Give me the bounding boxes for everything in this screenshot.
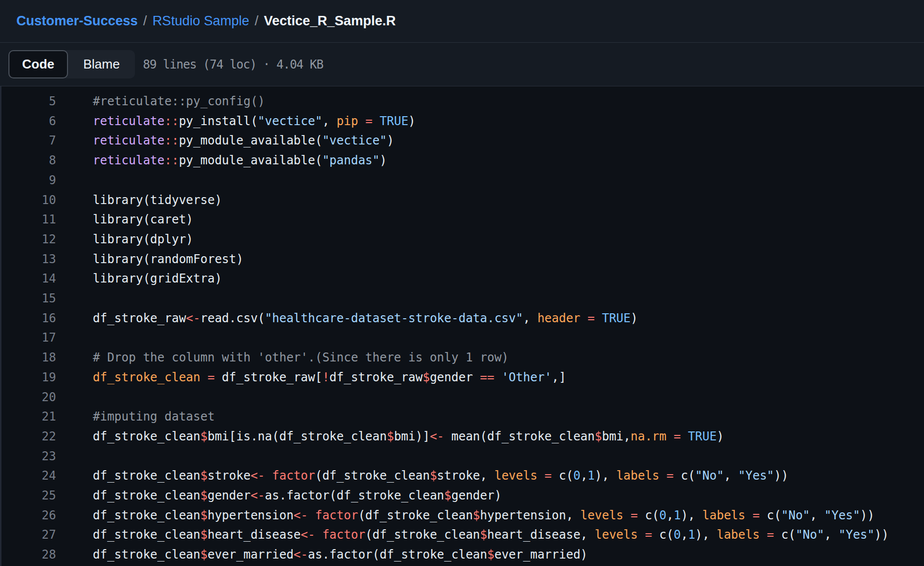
- line-number[interactable]: 20: [1, 388, 56, 408]
- code-token-operator: $: [200, 548, 207, 562]
- code-token-argument: labels: [702, 508, 745, 522]
- code-token-plain: ),: [681, 508, 702, 522]
- code-token-operator: $: [200, 429, 207, 443]
- code-token-argument: pip: [336, 114, 358, 128]
- line-number[interactable]: 10: [1, 191, 56, 211]
- code-token-argument: labels: [616, 469, 660, 483]
- code-token-plain: df_stroke_clean: [93, 548, 200, 562]
- code-line-text: df_stroke_raw<-read.csv("healthcare-data…: [56, 309, 638, 329]
- line-number[interactable]: 12: [1, 230, 56, 250]
- code-line-row: 17: [1, 328, 924, 348]
- code-line-row: 5#reticulate::py_config(): [1, 92, 924, 112]
- code-token-plain: bmi[is.na(df_stroke_clean: [207, 429, 387, 443]
- code-token-string: "vectice": [322, 134, 387, 147]
- code-token-argument: df_stroke_clean: [93, 370, 200, 384]
- breadcrumb-repo-link[interactable]: Customer-Success: [16, 13, 138, 29]
- line-number[interactable]: 13: [1, 250, 56, 270]
- line-number[interactable]: 18: [1, 348, 56, 368]
- code-tab-button[interactable]: Code: [8, 50, 68, 78]
- line-number[interactable]: 5: [1, 92, 56, 112]
- code-token-plain: heart_disease: [207, 528, 301, 542]
- code-token-plain: stroke,: [437, 469, 495, 483]
- line-number[interactable]: 9: [1, 171, 56, 191]
- code-line-row: 21#imputing dataset: [1, 407, 924, 427]
- code-token-operator: $: [444, 489, 451, 502]
- line-number[interactable]: 7: [1, 131, 56, 151]
- line-number[interactable]: 24: [1, 466, 56, 486]
- code-token-plain: [623, 508, 630, 522]
- line-number[interactable]: 6: [1, 112, 56, 132]
- line-number[interactable]: 8: [1, 151, 56, 171]
- code-token-plain: library(caret): [93, 212, 193, 226]
- code-token-plain: ,: [681, 528, 688, 542]
- line-number[interactable]: 23: [1, 447, 56, 467]
- code-token-plain: ),: [695, 528, 717, 542]
- code-line-text: #imputing dataset: [56, 407, 215, 427]
- line-number[interactable]: 22: [1, 427, 56, 447]
- code-token-argument: labels: [717, 528, 760, 542]
- code-line-text: df_stroke_clean = df_stroke_raw[!df_stro…: [56, 368, 566, 388]
- line-number[interactable]: 11: [1, 210, 56, 230]
- code-token-operator: $: [487, 548, 494, 562]
- code-line-row: 11library(caret): [1, 210, 924, 230]
- code-token-string: "vectice": [258, 114, 322, 128]
- code-token-operator: =: [752, 508, 759, 522]
- code-token-plain: [638, 528, 645, 542]
- line-number[interactable]: 25: [1, 486, 56, 506]
- code-line-row: 8reticulate::py_module_available("pandas…: [1, 151, 924, 171]
- code-token-plain: df_stroke_clean: [93, 429, 200, 443]
- line-number[interactable]: 15: [1, 289, 56, 309]
- code-token-plain: c(: [674, 469, 695, 483]
- code-token-operator: =: [588, 311, 594, 325]
- code-token-plain: [265, 469, 272, 483]
- line-number[interactable]: 14: [1, 269, 56, 289]
- code-token-operator: =: [645, 528, 652, 542]
- line-number[interactable]: 26: [1, 506, 56, 526]
- code-token-string: "Yes": [839, 528, 874, 542]
- code-token-plain: ): [631, 311, 638, 325]
- code-line-row: 27df_stroke_clean$heart_disease<- factor…: [1, 525, 924, 545]
- code-token-plain: (df_stroke_clean: [315, 469, 430, 483]
- code-line-row: 26df_stroke_clean$hypertension<- factor(…: [1, 506, 924, 526]
- code-token-operator: !: [322, 370, 329, 384]
- code-token-plain: [358, 114, 365, 128]
- line-number[interactable]: 17: [1, 328, 56, 348]
- code-token-string: "Yes": [738, 469, 774, 483]
- code-line-text: library(gridExtra): [56, 269, 222, 289]
- code-token-constant: TRUE: [688, 429, 717, 443]
- code-token-plain: ): [387, 134, 394, 147]
- line-number[interactable]: 16: [1, 309, 56, 329]
- line-number[interactable]: 28: [1, 545, 56, 565]
- file-meta-info: 89 lines (74 loc) · 4.04 KB: [143, 58, 323, 71]
- code-line-row: 15: [1, 289, 924, 309]
- code-token-operator: $: [387, 429, 394, 443]
- code-line-row: 7reticulate::py_module_available("vectic…: [1, 131, 924, 151]
- code-token-operator: $: [200, 489, 207, 502]
- code-token-plain: (df_stroke_clean: [365, 528, 480, 542]
- code-token-comment: #reticulate::py_config(): [93, 94, 265, 108]
- code-token-plain: library(gridExtra): [93, 272, 222, 285]
- code-line-text: library(tidyverse): [56, 191, 222, 211]
- code-token-operator: factor: [272, 469, 315, 483]
- code-token-operator: ::: [165, 153, 179, 167]
- code-line-row: 23: [1, 447, 924, 467]
- code-token-plain: py_module_available(: [179, 153, 322, 167]
- line-number[interactable]: 21: [1, 407, 56, 427]
- code-token-plain: df_stroke_clean: [93, 508, 200, 522]
- code-token-argument: levels: [581, 508, 624, 522]
- code-token-plain: df_stroke_clean: [93, 489, 200, 502]
- code-token-operator: $: [480, 528, 487, 542]
- code-token-plain: as.factor(df_stroke_clean: [308, 548, 487, 562]
- blame-tab-button[interactable]: Blame: [68, 50, 135, 78]
- code-token-plain: ),: [595, 469, 616, 483]
- code-token-plain: ): [408, 114, 415, 128]
- code-token-package: reticulate: [93, 114, 165, 128]
- line-number[interactable]: 19: [1, 368, 56, 388]
- code-token-plain: gender: [430, 370, 480, 384]
- code-token-operator: $: [594, 429, 601, 443]
- code-token-plain: )): [774, 469, 789, 483]
- line-number[interactable]: 27: [1, 525, 56, 545]
- code-line-row: 28df_stroke_clean$ever_married<-as.facto…: [1, 545, 924, 565]
- breadcrumb-folder-link[interactable]: RStudio Sample: [152, 13, 249, 29]
- code-token-plain: [308, 508, 315, 522]
